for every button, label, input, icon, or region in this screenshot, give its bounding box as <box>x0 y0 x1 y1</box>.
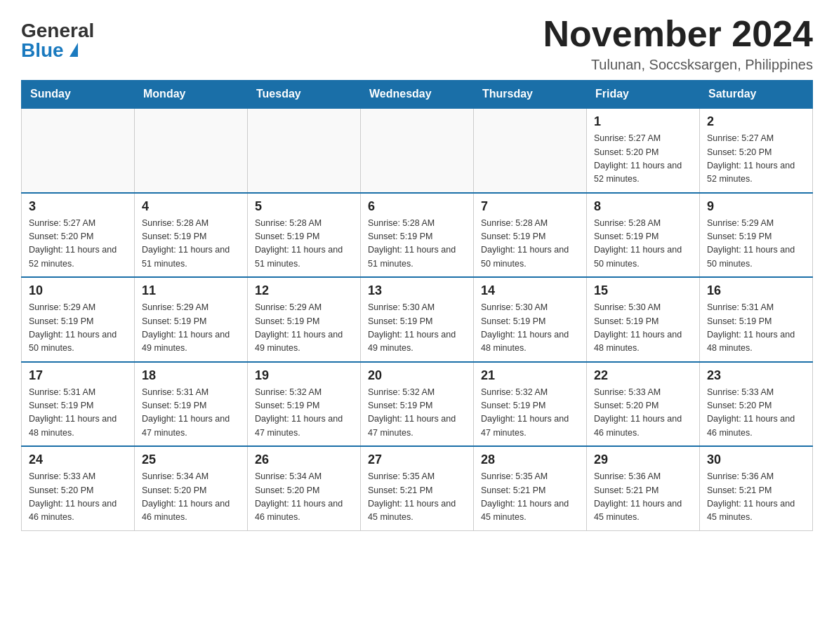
calendar-cell: 6Sunrise: 5:28 AMSunset: 5:19 PMDaylight… <box>361 193 474 278</box>
calendar-cell: 22Sunrise: 5:33 AMSunset: 5:20 PMDayligh… <box>587 362 700 447</box>
day-number: 11 <box>142 283 240 298</box>
day-number: 29 <box>594 452 692 467</box>
title-block: November 2024 Tulunan, Soccsksargen, Phi… <box>543 14 813 73</box>
day-number: 30 <box>707 452 805 467</box>
logo-blue-text: Blue <box>21 41 78 60</box>
day-number: 24 <box>29 452 127 467</box>
calendar-cell: 23Sunrise: 5:33 AMSunset: 5:20 PMDayligh… <box>700 362 813 447</box>
calendar-cell: 29Sunrise: 5:36 AMSunset: 5:21 PMDayligh… <box>587 446 700 530</box>
calendar-cell: 27Sunrise: 5:35 AMSunset: 5:21 PMDayligh… <box>361 446 474 530</box>
day-info: Sunrise: 5:28 AMSunset: 5:19 PMDaylight:… <box>142 217 240 271</box>
day-number: 1 <box>594 114 692 129</box>
calendar-cell: 28Sunrise: 5:35 AMSunset: 5:21 PMDayligh… <box>474 446 587 530</box>
week-row-2: 3Sunrise: 5:27 AMSunset: 5:20 PMDaylight… <box>22 193 813 278</box>
day-info: Sunrise: 5:33 AMSunset: 5:20 PMDaylight:… <box>29 470 127 525</box>
day-number: 23 <box>707 368 805 383</box>
day-info: Sunrise: 5:31 AMSunset: 5:19 PMDaylight:… <box>29 386 127 441</box>
calendar-cell: 30Sunrise: 5:36 AMSunset: 5:21 PMDayligh… <box>700 446 813 530</box>
calendar-cell: 4Sunrise: 5:28 AMSunset: 5:19 PMDaylight… <box>135 193 248 278</box>
calendar-cell <box>361 108 474 193</box>
calendar-cell: 17Sunrise: 5:31 AMSunset: 5:19 PMDayligh… <box>22 362 135 447</box>
month-title: November 2024 <box>543 14 813 54</box>
calendar-cell: 12Sunrise: 5:29 AMSunset: 5:19 PMDayligh… <box>248 277 361 362</box>
calendar-cell: 2Sunrise: 5:27 AMSunset: 5:20 PMDaylight… <box>700 108 813 193</box>
day-info: Sunrise: 5:29 AMSunset: 5:19 PMDaylight:… <box>255 301 353 356</box>
day-info: Sunrise: 5:31 AMSunset: 5:19 PMDaylight:… <box>707 301 805 356</box>
day-number: 20 <box>368 368 466 383</box>
day-info: Sunrise: 5:35 AMSunset: 5:21 PMDaylight:… <box>481 470 579 525</box>
day-number: 28 <box>481 452 579 467</box>
calendar-cell: 15Sunrise: 5:30 AMSunset: 5:19 PMDayligh… <box>587 277 700 362</box>
day-number: 8 <box>594 199 692 214</box>
day-info: Sunrise: 5:33 AMSunset: 5:20 PMDaylight:… <box>594 386 692 441</box>
day-number: 16 <box>707 283 805 298</box>
calendar-cell: 11Sunrise: 5:29 AMSunset: 5:19 PMDayligh… <box>135 277 248 362</box>
calendar-cell: 9Sunrise: 5:29 AMSunset: 5:19 PMDaylight… <box>700 193 813 278</box>
calendar-cell: 21Sunrise: 5:32 AMSunset: 5:19 PMDayligh… <box>474 362 587 447</box>
day-info: Sunrise: 5:30 AMSunset: 5:19 PMDaylight:… <box>594 301 692 356</box>
day-info: Sunrise: 5:28 AMSunset: 5:19 PMDaylight:… <box>368 217 466 271</box>
logo-triangle-icon <box>70 43 78 57</box>
week-row-4: 17Sunrise: 5:31 AMSunset: 5:19 PMDayligh… <box>22 362 813 447</box>
calendar-cell: 16Sunrise: 5:31 AMSunset: 5:19 PMDayligh… <box>700 277 813 362</box>
day-number: 17 <box>29 368 127 383</box>
day-number: 13 <box>368 283 466 298</box>
calendar-cell: 13Sunrise: 5:30 AMSunset: 5:19 PMDayligh… <box>361 277 474 362</box>
day-number: 3 <box>29 199 127 214</box>
day-info: Sunrise: 5:30 AMSunset: 5:19 PMDaylight:… <box>481 301 579 356</box>
calendar-cell: 19Sunrise: 5:32 AMSunset: 5:19 PMDayligh… <box>248 362 361 447</box>
day-info: Sunrise: 5:28 AMSunset: 5:19 PMDaylight:… <box>594 217 692 271</box>
day-number: 5 <box>255 199 353 214</box>
day-number: 6 <box>368 199 466 214</box>
day-info: Sunrise: 5:32 AMSunset: 5:19 PMDaylight:… <box>255 386 353 441</box>
calendar-cell: 18Sunrise: 5:31 AMSunset: 5:19 PMDayligh… <box>135 362 248 447</box>
day-number: 21 <box>481 368 579 383</box>
week-row-3: 10Sunrise: 5:29 AMSunset: 5:19 PMDayligh… <box>22 277 813 362</box>
week-row-5: 24Sunrise: 5:33 AMSunset: 5:20 PMDayligh… <box>22 446 813 530</box>
day-info: Sunrise: 5:34 AMSunset: 5:20 PMDaylight:… <box>255 470 353 525</box>
calendar-cell: 1Sunrise: 5:27 AMSunset: 5:20 PMDaylight… <box>587 108 700 193</box>
day-info: Sunrise: 5:31 AMSunset: 5:19 PMDaylight:… <box>142 386 240 441</box>
day-number: 14 <box>481 283 579 298</box>
col-header-sunday: Sunday <box>22 81 135 109</box>
calendar-cell <box>248 108 361 193</box>
day-info: Sunrise: 5:34 AMSunset: 5:20 PMDaylight:… <box>142 470 240 525</box>
day-number: 19 <box>255 368 353 383</box>
day-number: 27 <box>368 452 466 467</box>
calendar-cell <box>22 108 135 193</box>
calendar-cell <box>474 108 587 193</box>
day-info: Sunrise: 5:32 AMSunset: 5:19 PMDaylight:… <box>481 386 579 441</box>
day-info: Sunrise: 5:32 AMSunset: 5:19 PMDaylight:… <box>368 386 466 441</box>
day-info: Sunrise: 5:27 AMSunset: 5:20 PMDaylight:… <box>707 132 805 187</box>
calendar-cell: 7Sunrise: 5:28 AMSunset: 5:19 PMDaylight… <box>474 193 587 278</box>
day-number: 7 <box>481 199 579 214</box>
day-info: Sunrise: 5:29 AMSunset: 5:19 PMDaylight:… <box>707 217 805 271</box>
location-label: Tulunan, Soccsksargen, Philippines <box>543 57 813 73</box>
col-header-wednesday: Wednesday <box>361 81 474 109</box>
col-header-saturday: Saturday <box>700 81 813 109</box>
day-number: 12 <box>255 283 353 298</box>
calendar-cell: 10Sunrise: 5:29 AMSunset: 5:19 PMDayligh… <box>22 277 135 362</box>
calendar-table: SundayMondayTuesdayWednesdayThursdayFrid… <box>21 80 813 531</box>
day-info: Sunrise: 5:29 AMSunset: 5:19 PMDaylight:… <box>29 301 127 356</box>
calendar-cell: 25Sunrise: 5:34 AMSunset: 5:20 PMDayligh… <box>135 446 248 530</box>
day-number: 2 <box>707 114 805 129</box>
day-info: Sunrise: 5:30 AMSunset: 5:19 PMDaylight:… <box>368 301 466 356</box>
day-info: Sunrise: 5:28 AMSunset: 5:19 PMDaylight:… <box>255 217 353 271</box>
day-info: Sunrise: 5:36 AMSunset: 5:21 PMDaylight:… <box>594 470 692 525</box>
day-info: Sunrise: 5:35 AMSunset: 5:21 PMDaylight:… <box>368 470 466 525</box>
calendar-cell: 20Sunrise: 5:32 AMSunset: 5:19 PMDayligh… <box>361 362 474 447</box>
day-info: Sunrise: 5:29 AMSunset: 5:19 PMDaylight:… <box>142 301 240 356</box>
day-number: 10 <box>29 283 127 298</box>
day-number: 15 <box>594 283 692 298</box>
week-row-1: 1Sunrise: 5:27 AMSunset: 5:20 PMDaylight… <box>22 108 813 193</box>
col-header-thursday: Thursday <box>474 81 587 109</box>
calendar-cell: 14Sunrise: 5:30 AMSunset: 5:19 PMDayligh… <box>474 277 587 362</box>
day-info: Sunrise: 5:36 AMSunset: 5:21 PMDaylight:… <box>707 470 805 525</box>
day-number: 26 <box>255 452 353 467</box>
logo: General Blue <box>21 21 94 60</box>
day-number: 4 <box>142 199 240 214</box>
day-number: 18 <box>142 368 240 383</box>
day-number: 9 <box>707 199 805 214</box>
calendar-cell: 5Sunrise: 5:28 AMSunset: 5:19 PMDaylight… <box>248 193 361 278</box>
